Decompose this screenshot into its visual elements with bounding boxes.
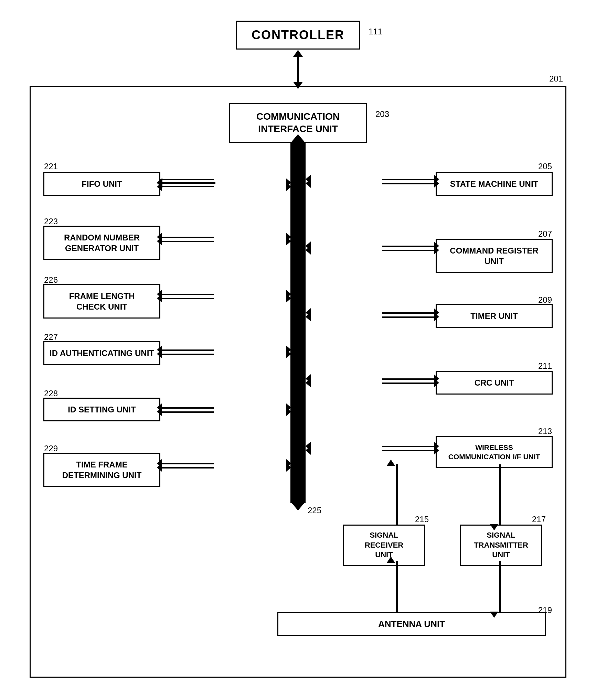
cmd-reg-box: COMMAND REGISTER UNIT [436,239,553,273]
ref-223: 223 [44,217,58,226]
time-frame-label: TIME FRAMEDETERMINING UNIT [62,460,142,480]
ref-228: 228 [44,389,58,398]
controller-label: CONTROLLER [252,28,344,42]
ref-227: 227 [44,332,58,342]
antenna-box: ANTENNA UNIT [277,612,546,636]
id-setting-box: ID SETTING UNIT [43,398,160,421]
ref-217: 217 [532,515,546,524]
fifo-label: FIFO UNIT [82,179,122,189]
timer-label: TIMER UNIT [470,311,518,321]
recv-to-ant-line [396,561,398,613]
ref-209: 209 [538,295,552,305]
antenna-label: ANTENNA UNIT [378,619,445,629]
ref-201: 201 [549,74,563,84]
fifo-unit-box: FIFO UNIT [43,172,160,196]
diagram-container: CONTROLLER 111 201 COMMUNICATIONINTERFAC… [23,14,573,685]
ref-229: 229 [44,444,58,453]
crc-label: CRC UNIT [475,378,514,387]
main-bus [290,142,306,503]
trans-ant-arrow-down [490,612,498,618]
random-num-box: RANDOM NUMBERGENERATOR UNIT [43,226,160,260]
ref-213: 213 [538,427,552,436]
id-auth-box: ID AUTHENTICATING UNIT [43,341,160,365]
bus-bottom-arrow [290,502,306,510]
wireless-recv-arrow-up [387,460,395,466]
fifo-arrow-line [160,182,215,184]
state-machine-box: STATE MACHINE UNIT [436,172,553,196]
timer-box: TIMER UNIT [436,304,553,328]
signal-receiver-label: SIGNALRECEIVERUNIT [365,531,403,559]
id-auth-label: ID AUTHENTICATING UNIT [50,348,154,358]
wireless-box: WIRELESSCOMMUNICATION I/F UNIT [436,436,553,468]
ref-205: 205 [538,162,552,171]
signal-transmitter-box: SIGNALTRANSMITTERUNIT [460,525,542,566]
controller-box: CONTROLLER [236,21,360,50]
frame-length-box: FRAME LENGTHCHECK UNIT [43,284,160,319]
signal-receiver-box: SIGNALRECEIVERUNIT [343,525,425,566]
id-setting-label: ID SETTING UNIT [68,405,136,414]
state-label: STATE MACHINE UNIT [450,179,538,189]
trans-to-ant-line [499,561,501,613]
recv-ant-arrow-up [387,557,395,563]
time-frame-box: TIME FRAMEDETERMINING UNIT [43,453,160,487]
wireless-to-trans-line [499,464,501,526]
frame-label: FRAME LENGTHCHECK UNIT [69,291,135,311]
ref-111: 111 [369,27,382,36]
ref-226: 226 [44,275,58,285]
wireless-trans-arrow-down [490,524,498,530]
wireless-to-recv-line [396,464,398,526]
ref-203: 203 [375,109,389,119]
crc-box: CRC UNIT [436,371,553,395]
ref-225: 225 [308,506,321,515]
random-label: RANDOM NUMBERGENERATOR UNIT [64,233,140,253]
ref-207: 207 [538,229,552,239]
ref-215: 215 [415,515,429,524]
ctrl-arrow-up [293,50,303,57]
ref-221: 221 [44,162,58,171]
bus-top-arrow [290,134,306,143]
ref-211: 211 [538,361,552,371]
comm-interface-label: COMMUNICATIONINTERFACE UNIT [256,111,340,134]
wireless-label: WIRELESSCOMMUNICATION I/F UNIT [448,443,540,461]
signal-transmitter-label: SIGNALTRANSMITTERUNIT [474,531,528,559]
cmd-reg-label: COMMAND REGISTER UNIT [450,246,538,266]
